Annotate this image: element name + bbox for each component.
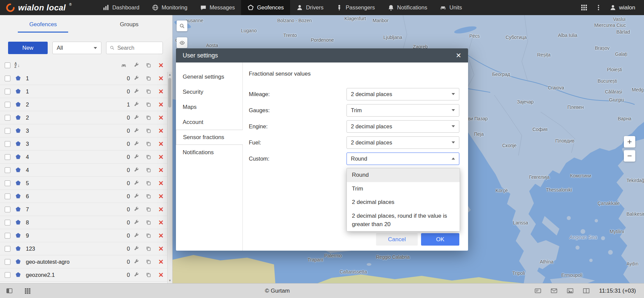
tab-groups[interactable]: Groups <box>86 15 173 34</box>
zoom-out-button[interactable]: − <box>624 150 635 162</box>
geofence-row[interactable]: 3 0 ✕ <box>0 137 167 151</box>
copy-icon[interactable] <box>142 246 155 252</box>
geofence-row[interactable]: geo-autotest-agro 0 ✕ <box>0 255 167 268</box>
delete-column-icon[interactable]: ✕ <box>155 61 167 69</box>
copy-icon[interactable] <box>142 141 155 147</box>
scroll-up-arrow[interactable]: ▲ <box>168 72 172 77</box>
delete-icon[interactable]: ✕ <box>155 88 167 95</box>
row-checkbox[interactable] <box>5 89 10 94</box>
edit-icon[interactable] <box>130 167 142 173</box>
edit-icon[interactable] <box>130 154 142 160</box>
zoom-in-button[interactable]: + <box>624 136 635 147</box>
filter-dropdown[interactable]: All <box>52 42 101 54</box>
tab-geofences[interactable]: Geofences <box>0 15 86 34</box>
edit-icon[interactable] <box>130 180 142 186</box>
nav-passengers[interactable]: Passengers <box>330 0 381 15</box>
geofence-row[interactable]: 2 1 ✕ <box>0 98 167 111</box>
copy-icon[interactable] <box>142 207 155 212</box>
delete-icon[interactable]: ✕ <box>155 179 167 187</box>
split-screen-icon[interactable] <box>583 288 590 294</box>
settings-nav-item[interactable]: Notifications <box>176 145 242 160</box>
search-input[interactable] <box>117 45 159 51</box>
row-checkbox[interactable] <box>5 246 10 252</box>
select-control[interactable]: Trim <box>347 104 459 117</box>
settings-nav-item[interactable]: Account <box>176 115 242 130</box>
delete-icon[interactable]: ✕ <box>155 245 167 253</box>
geofence-row[interactable]: 9 0 ✕ <box>0 229 167 242</box>
select-control[interactable]: 2 decimal places <box>347 120 459 133</box>
envelope-icon[interactable] <box>551 288 557 294</box>
select-control[interactable]: 2 decimal places <box>347 88 459 100</box>
geofence-row[interactable]: 6 0 ✕ <box>0 190 167 203</box>
row-checkbox[interactable] <box>5 194 10 199</box>
copy-icon[interactable] <box>142 154 155 160</box>
geofence-row[interactable]: 8 0 ✕ <box>0 216 167 229</box>
edit-icon[interactable] <box>130 141 142 147</box>
copy-icon[interactable] <box>142 180 155 186</box>
copy-icon[interactable] <box>142 102 155 108</box>
geofence-row[interactable]: 1 0 ✕ <box>0 72 167 85</box>
scrollbar-thumb[interactable] <box>168 78 171 108</box>
edit-column-icon[interactable] <box>130 62 142 68</box>
nav-units[interactable]: Units <box>433 0 468 15</box>
list-scrollbar[interactable]: ▲ ▼ <box>167 72 172 283</box>
panel-toggle-icon[interactable] <box>6 288 13 294</box>
grid-view-icon[interactable] <box>24 288 31 294</box>
copy-column-icon[interactable] <box>142 62 155 68</box>
delete-icon[interactable]: ✕ <box>155 75 167 82</box>
row-checkbox[interactable] <box>5 180 10 186</box>
ok-button[interactable]: OK <box>421 233 459 246</box>
edit-icon[interactable] <box>130 233 142 239</box>
delete-icon[interactable]: ✕ <box>155 232 167 240</box>
layer-visibility-button[interactable] <box>177 37 187 48</box>
geofence-row[interactable]: 4 0 ✕ <box>0 151 167 164</box>
select-control[interactable]: 2 decimal places <box>347 136 459 149</box>
geofence-row[interactable]: 4 0 ✕ <box>0 164 167 177</box>
row-checkbox[interactable] <box>5 76 10 81</box>
row-checkbox[interactable] <box>5 259 10 265</box>
edit-icon[interactable] <box>130 220 142 225</box>
nav-geofences[interactable]: Geofences <box>241 0 290 15</box>
delete-icon[interactable]: ✕ <box>155 193 167 200</box>
copy-icon[interactable] <box>142 272 155 278</box>
delete-icon[interactable]: ✕ <box>155 166 167 174</box>
geofence-row[interactable]: 3 0 ✕ <box>0 124 167 137</box>
map-search-button[interactable] <box>177 20 187 31</box>
settings-nav-item[interactable]: Security <box>176 84 242 99</box>
edit-icon[interactable] <box>130 207 142 212</box>
copy-icon[interactable] <box>142 194 155 199</box>
delete-icon[interactable]: ✕ <box>155 271 167 279</box>
edit-icon[interactable] <box>130 194 142 199</box>
copy-icon[interactable] <box>142 76 155 81</box>
row-checkbox[interactable] <box>5 141 10 147</box>
row-checkbox[interactable] <box>5 233 10 239</box>
edit-icon[interactable] <box>130 89 142 94</box>
settings-nav-item[interactable]: Sensor fractions <box>176 130 243 145</box>
image-icon[interactable] <box>567 288 573 294</box>
geofence-row[interactable]: 5 0 ✕ <box>0 177 167 190</box>
dropdown-option[interactable]: Trim <box>347 182 460 196</box>
delete-icon[interactable]: ✕ <box>155 101 167 109</box>
nav-notifications[interactable]: Notifications <box>381 0 434 15</box>
nav-dashboard[interactable]: Dashboard <box>96 0 146 15</box>
delete-icon[interactable]: ✕ <box>155 140 167 148</box>
edit-icon[interactable] <box>130 246 142 252</box>
row-checkbox[interactable] <box>5 128 10 134</box>
geofence-row[interactable]: 7 0 ✕ <box>0 203 167 216</box>
dropdown-option[interactable]: Round <box>347 168 460 182</box>
scroll-down-arrow[interactable]: ▼ <box>168 278 172 283</box>
close-icon[interactable]: ✕ <box>456 51 461 59</box>
select-control[interactable]: Round <box>347 153 459 165</box>
user-menu[interactable]: wialon <box>610 4 635 11</box>
delete-icon[interactable]: ✕ <box>155 206 167 213</box>
geofence-row[interactable]: 1 0 ✕ <box>0 85 167 98</box>
delete-icon[interactable]: ✕ <box>155 219 167 226</box>
edit-icon[interactable] <box>130 102 142 108</box>
more-menu-button[interactable] <box>595 4 602 11</box>
row-checkbox[interactable] <box>5 220 10 225</box>
row-checkbox[interactable] <box>5 167 10 173</box>
row-checkbox[interactable] <box>5 207 10 212</box>
select-all-checkbox[interactable] <box>5 62 10 68</box>
copy-icon[interactable] <box>142 220 155 225</box>
delete-icon[interactable]: ✕ <box>155 127 167 135</box>
